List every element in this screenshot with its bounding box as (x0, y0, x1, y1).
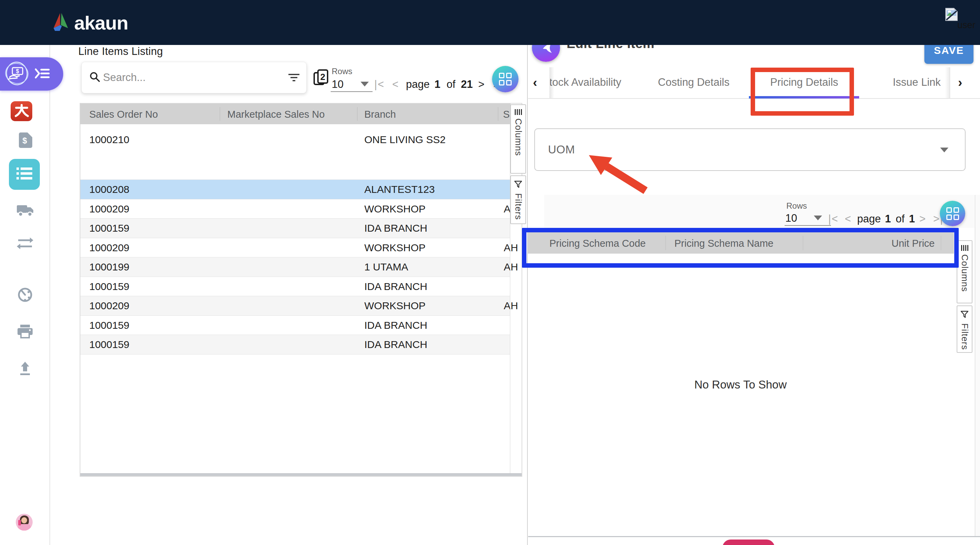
total-pages: 21 (461, 78, 473, 91)
sidebar-item-line-items-active[interactable] (9, 159, 40, 190)
invoice-dollar-icon: $ (17, 132, 33, 148)
rows-per-page-value[interactable]: 10 (332, 78, 344, 91)
pricing-pagination: |< < page 1 of 1 > >| (828, 213, 943, 225)
sidebar-item-invoice[interactable]: $ (0, 132, 50, 148)
table-row[interactable]: 1000209 WORKSHOP AH (80, 296, 510, 316)
pages-copy-icon[interactable]: 2 (313, 68, 329, 88)
grid-icon (499, 73, 512, 86)
page-title: Line Items Listing (78, 45, 163, 58)
brand-name: akaun (74, 12, 128, 34)
upload-icon (18, 361, 33, 376)
swap-arrows-icon (16, 237, 34, 250)
columns-side-tab[interactable]: Columns (510, 104, 526, 174)
top-navbar: akaun user (0, 0, 980, 45)
table-row[interactable]: 1000159 IDA BRANCH (80, 219, 510, 238)
sidebar-item-print[interactable] (0, 324, 50, 339)
columns-icon (961, 245, 968, 251)
tabs-scroll-right-button[interactable]: › (958, 76, 962, 90)
pricing-first-page-button[interactable]: |< (828, 213, 838, 225)
table-row[interactable]: 1000210 ONE LIVING SS2 (80, 124, 510, 180)
table-row[interactable]: 1000199 1 UTAMA AH (80, 257, 510, 277)
vertical-scrollbar[interactable] (975, 195, 980, 536)
columns-icon (515, 109, 522, 115)
hand-money-icon: $ (4, 61, 30, 87)
da-character-icon (14, 103, 29, 119)
pricing-total-pages: 1 (909, 213, 915, 225)
table-row[interactable]: 1000159 IDA BRANCH (80, 335, 510, 354)
svg-text:2: 2 (320, 72, 325, 82)
grid-view-button[interactable] (492, 66, 519, 92)
rows-dropdown-caret-icon[interactable] (361, 82, 369, 86)
pricing-rows-caret-icon[interactable] (814, 216, 822, 220)
pricing-next-page-button[interactable]: > (920, 213, 926, 225)
sidebar-item-transfer[interactable] (0, 237, 50, 250)
pricing-grid-view-button[interactable] (940, 201, 965, 226)
akaun-triangle-icon (51, 12, 70, 33)
user-menu[interactable]: user (945, 8, 979, 35)
table-row[interactable]: 1000159 IDA BRANCH (80, 316, 510, 335)
col-header-sales-order-no[interactable]: Sales Order No (89, 109, 158, 120)
pricing-rows-value[interactable]: 10 (785, 212, 797, 224)
filter-funnel-icon (514, 180, 522, 190)
horizontal-scrollbar[interactable] (80, 473, 522, 477)
line-items-table: Sales Order No Marketplace Sales No Bran… (80, 103, 522, 477)
search-icon (89, 72, 100, 84)
uom-label: UOM (548, 143, 575, 156)
col-header-marketplace-sales-no[interactable]: Marketplace Sales No (228, 109, 325, 120)
sidebar-module-pill[interactable]: $ (0, 57, 63, 91)
bottom-action-button[interactable] (722, 540, 775, 545)
current-page: 1 (434, 78, 440, 91)
sidebar-item-history[interactable] (0, 287, 50, 303)
col-header-branch[interactable]: Branch (364, 109, 396, 120)
empty-table-message: No Rows To Show (527, 378, 954, 391)
tab-costing-details[interactable]: Costing Details (658, 76, 729, 89)
printer-icon (17, 324, 33, 339)
annotation-blue-box-pricing-header (522, 228, 959, 268)
truck-icon (16, 203, 34, 218)
svg-text:$: $ (22, 136, 27, 145)
timer-icon (17, 287, 33, 303)
brand-logo[interactable]: akaun (51, 12, 128, 34)
uom-caret-icon (940, 148, 948, 153)
pricing-prev-page-button[interactable]: < (845, 213, 851, 225)
pricing-current-page: 1 (885, 213, 891, 225)
annotation-red-box-pricing-details (751, 68, 854, 116)
app-window: $ $ (0, 0, 980, 545)
pagination: |< < page 1 of 21 > >| (374, 78, 504, 91)
list-icon (16, 166, 33, 183)
user-alt-text: user (957, 20, 975, 30)
annotation-red-arrow-uom (584, 151, 652, 198)
filters-side-tab[interactable]: Filters (510, 175, 526, 224)
sidebar-item-delivery[interactable] (0, 203, 50, 218)
search-input[interactable] (103, 72, 268, 84)
grid-icon (947, 207, 959, 220)
sidebar-item-da-app[interactable] (11, 101, 32, 121)
pricing-rows-label: Rows (786, 201, 807, 211)
table-row-selected[interactable]: 1000208 ALANTEST123 (80, 180, 510, 199)
first-page-button[interactable]: |< (374, 78, 385, 91)
next-page-button[interactable]: > (478, 78, 485, 91)
broken-image-icon (945, 16, 958, 22)
prev-page-button[interactable]: < (392, 78, 399, 91)
user-avatar[interactable] (16, 514, 33, 531)
pricing-columns-side-tab[interactable]: Columns (957, 240, 972, 303)
tab-stock-availability[interactable]: Stock Availability (550, 76, 627, 89)
sidebar-item-upload[interactable] (0, 361, 50, 376)
pricing-filters-side-tab[interactable]: Filters (957, 305, 972, 353)
table-header-row: Sales Order No Marketplace Sales No Bran… (80, 104, 510, 124)
collapse-menu-icon[interactable] (34, 67, 50, 82)
table-row[interactable]: 1000209 WORKSHOP AH (80, 238, 510, 257)
table-row[interactable]: 1000159 IDA BRANCH (80, 277, 510, 296)
table-row[interactable]: 1000209 WORKSHOP AH (80, 199, 510, 219)
svg-text:$: $ (16, 68, 19, 74)
rows-per-page-label: Rows (332, 67, 352, 76)
search-bar[interactable] (81, 62, 307, 93)
filter-list-icon[interactable] (288, 72, 300, 85)
filter-funnel-icon (961, 310, 969, 320)
tabs-scroll-left-button[interactable]: ‹ (533, 76, 537, 90)
tab-issue-link[interactable]: Issue Link (893, 76, 941, 89)
